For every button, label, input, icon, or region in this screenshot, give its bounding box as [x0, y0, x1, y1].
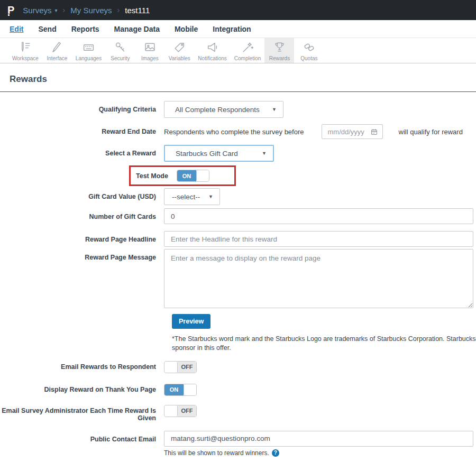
email-rewards-toggle[interactable]: OFF	[164, 361, 197, 373]
public-email-label: Public Contact Email	[0, 431, 164, 443]
breadcrumb-my-surveys[interactable]: My Surveys	[70, 6, 112, 15]
public-email-help-text: This will be shown to reward winners.	[164, 449, 269, 457]
headline-input[interactable]	[164, 231, 473, 247]
breadcrumb-separator-icon: ›	[63, 6, 66, 14]
toolbar-item-label: Security	[111, 56, 130, 61]
qualifying-criteria-label: Qualifying Criteria	[0, 101, 164, 113]
reward-end-date-suffix: will qualify for reward	[399, 128, 463, 136]
toggle-state-text: ON	[164, 384, 184, 395]
main-nav-tabs: Edit Send Reports Manage Data Mobile Int…	[0, 20, 476, 38]
message-row: Reward Page Message	[0, 249, 476, 310]
gift-card-value-row: Gift Card Value (USD) --select-- ▼	[0, 188, 476, 205]
tab-send[interactable]: Send	[38, 25, 56, 33]
tab-mobile[interactable]: Mobile	[175, 25, 198, 33]
top-header: P Surveys ▾ › My Surveys › test111	[0, 0, 476, 20]
tab-edit[interactable]: Edit	[10, 25, 23, 33]
toolbar-item-security[interactable]: Security	[105, 38, 135, 63]
email-rewards-label: Email Rewards to Respondent	[0, 361, 164, 371]
select-reward-row: Select a Reward Starbucks Gift Card ▼	[0, 145, 476, 162]
select-caret-icon: ▼	[264, 107, 277, 112]
toggle-knob	[196, 170, 209, 181]
display-reward-toggle[interactable]: ON	[164, 384, 197, 396]
num-gift-cards-row: Number of Gift Cards	[0, 208, 476, 224]
toggle-state-text: ON	[177, 170, 196, 181]
page-title: Rewards	[10, 74, 476, 85]
test-mode-row: Test Mode ON	[0, 165, 476, 186]
images-icon	[143, 41, 157, 54]
toolbar-item-languages[interactable]: Languages	[72, 38, 106, 63]
tab-integration[interactable]: Integration	[213, 25, 251, 33]
completion-icon	[241, 41, 254, 54]
toolbar-item-label: Interface	[47, 56, 67, 61]
toolbar-item-label: Images	[141, 56, 159, 61]
toolbar-item-label: Notifications	[198, 56, 226, 61]
security-icon	[114, 41, 127, 54]
preview-button[interactable]: Preview	[172, 314, 210, 329]
reward-end-date-prefix: Respondents who complete the survey befo…	[164, 128, 304, 136]
num-gift-cards-input[interactable]	[164, 208, 473, 224]
caret-down-icon: ▾	[55, 7, 58, 13]
calendar-icon	[371, 128, 378, 135]
help-icon[interactable]: ?	[272, 449, 279, 457]
breadcrumb-surveys[interactable]: Surveys ▾	[23, 6, 57, 15]
toolbar-item-interface[interactable]: Interface	[42, 38, 72, 63]
public-email-input[interactable]	[164, 431, 473, 447]
gift-card-value-value: --select--	[172, 193, 200, 201]
toolbar-item-label: Variables	[169, 56, 190, 61]
toolbar-item-quotas[interactable]: Quotas	[294, 38, 324, 63]
gift-card-value-label: Gift Card Value (USD)	[0, 188, 164, 200]
public-email-row: Public Contact Email This will be shown …	[0, 431, 476, 457]
languages-icon	[82, 41, 95, 54]
variables-icon	[173, 41, 186, 54]
toggle-knob	[164, 405, 178, 417]
select-caret-icon: ▼	[254, 151, 267, 156]
toolbar-item-notifications[interactable]: Notifications	[194, 38, 230, 63]
display-reward-label: Display Reward on Thank You Page	[0, 384, 164, 393]
interface-icon	[50, 41, 63, 54]
select-caret-icon: ▼	[204, 194, 213, 199]
reward-end-date-input[interactable]: mm/dd/yyyy	[322, 124, 383, 139]
toolbar-item-workspace[interactable]: Workspace	[8, 38, 42, 63]
notifications-icon	[206, 41, 219, 54]
toggle-state-text: OFF	[178, 405, 196, 417]
toggle-state-text: OFF	[178, 362, 196, 373]
select-reward-select[interactable]: Starbucks Gift Card ▼	[164, 145, 274, 162]
select-reward-label: Select a Reward	[0, 145, 164, 157]
date-placeholder: mm/dd/yyyy	[328, 128, 364, 136]
tab-manage-data[interactable]: Manage Data	[114, 25, 160, 33]
email-admin-row: Email Survey Administrator Each Time Rew…	[0, 405, 476, 422]
toolbar-item-label: Languages	[76, 56, 102, 61]
gift-card-value-select[interactable]: --select-- ▼	[164, 188, 220, 205]
breadcrumb-separator-icon: ›	[117, 6, 120, 14]
questionpro-logo[interactable]: P	[7, 5, 14, 15]
breadcrumb-survey-name: test111	[125, 6, 150, 15]
toolbar-item-label: Quotas	[300, 56, 317, 61]
test-mode-label: Test Mode	[136, 172, 168, 180]
toolbar-item-rewards[interactable]: Rewards	[264, 38, 294, 63]
headline-label: Reward Page Headline	[0, 231, 164, 243]
settings-toolbar: Workspace Interface Languages Security I…	[0, 38, 476, 63]
toolbar-item-label: Rewards	[269, 56, 290, 61]
toolbar-item-completion[interactable]: Completion	[231, 38, 265, 63]
quotas-icon	[303, 41, 316, 54]
toolbar-item-label: Workspace	[12, 56, 39, 61]
email-rewards-row: Email Rewards to Respondent OFF	[0, 361, 476, 375]
reward-end-date-row: Reward End Date Respondents who complete…	[0, 124, 476, 139]
qualifying-criteria-value: All Complete Respondents	[175, 106, 260, 114]
toolbar-item-label: Completion	[234, 56, 261, 61]
toolbar-item-variables[interactable]: Variables	[164, 38, 194, 63]
message-textarea[interactable]	[164, 249, 473, 308]
workspace-icon	[19, 41, 32, 54]
starbucks-disclaimer: *The Starbucks word mark and the Starbuc…	[172, 335, 476, 353]
qualifying-criteria-row: Qualifying Criteria All Complete Respond…	[0, 101, 476, 118]
toggle-knob	[184, 384, 196, 395]
toolbar-item-images[interactable]: Images	[135, 38, 164, 63]
headline-row: Reward Page Headline	[0, 231, 476, 247]
tab-reports[interactable]: Reports	[71, 25, 99, 33]
test-mode-toggle[interactable]: ON	[177, 170, 209, 182]
rewards-icon	[273, 41, 286, 54]
test-mode-highlight-box: Test Mode ON	[129, 165, 236, 186]
email-admin-toggle[interactable]: OFF	[164, 405, 197, 417]
qualifying-criteria-select[interactable]: All Complete Respondents ▼	[164, 101, 283, 118]
toggle-knob	[164, 362, 178, 373]
